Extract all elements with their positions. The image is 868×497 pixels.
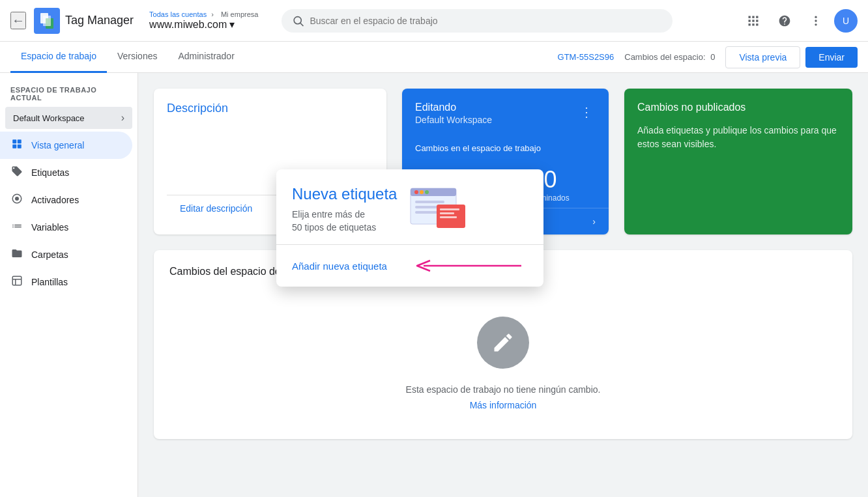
- overview-icon: [10, 138, 23, 152]
- account-name: Mi empresa: [221, 10, 258, 18]
- workspace-chevron-icon: ›: [121, 112, 124, 124]
- arrow-svg: [411, 253, 528, 279]
- svg-rect-14: [756, 23, 758, 25]
- svg-rect-20: [12, 145, 16, 149]
- variables-icon: [10, 220, 23, 234]
- more-options-button[interactable]: [803, 8, 829, 34]
- svg-rect-36: [440, 208, 459, 210]
- add-tag-label: Añadir nueva etiqueta: [292, 261, 387, 272]
- breadcrumb: Todas las cuentas › Mi empresa: [149, 10, 261, 18]
- popup-title: Nueva etiqueta: [292, 185, 397, 203]
- pencil-icon: [491, 331, 515, 354]
- changes-info: Cambios del espacio: 0: [624, 52, 715, 62]
- svg-point-17: [815, 23, 817, 25]
- more-info-link[interactable]: Más información: [470, 400, 537, 410]
- svg-rect-24: [12, 276, 22, 285]
- sidebar-item-tags[interactable]: Etiquetas: [0, 159, 132, 186]
- sidebar-item-label: Etiquetas: [31, 167, 69, 178]
- empty-state: Esta espacio de trabajo no tiene ningún …: [169, 304, 837, 423]
- svg-point-31: [425, 190, 429, 194]
- tags-icon: [10, 165, 23, 180]
- unpublished-header: Cambios no publicados: [624, 89, 852, 119]
- search-icon: [292, 14, 304, 27]
- svg-point-15: [815, 16, 817, 18]
- popup-subtitle: Elija entre más de50 tipos de etiquetas: [292, 208, 397, 234]
- main-layout: ESPACIO DE TRABAJO ACTUAL Default Worksp…: [0, 73, 868, 497]
- svg-point-23: [15, 197, 19, 201]
- svg-rect-19: [18, 139, 22, 143]
- account-nav: Todas las cuentas › Mi empresa www.miweb…: [149, 10, 261, 31]
- workspace-selector[interactable]: Default Workspace ›: [5, 107, 132, 129]
- dropdown-arrow-icon: ▾: [229, 18, 235, 31]
- triggers-icon: [10, 193, 23, 207]
- editing-card-header: Editando Default Workspace ⋮: [402, 89, 609, 130]
- edit-description-label: Editar descripción: [180, 203, 252, 214]
- description-title: Descripción: [167, 102, 373, 115]
- app-title: Tag Manager: [65, 14, 134, 27]
- nav-versions[interactable]: Versiones: [107, 42, 167, 73]
- popup-text: Nueva etiqueta Elija entre más de50 tipo…: [292, 185, 397, 234]
- publish-button[interactable]: Enviar: [805, 47, 858, 68]
- changes-stats: Cambios en el espacio de trabajo: [415, 135, 596, 161]
- main-content: Descripción Editar descripción › Editand…: [138, 73, 868, 497]
- gtm-id[interactable]: GTM-55S2S96: [558, 52, 615, 62]
- svg-point-30: [420, 190, 424, 194]
- svg-rect-33: [415, 206, 438, 208]
- sidebar-item-label: Carpetas: [31, 249, 68, 260]
- add-tag-link[interactable]: Añadir nueva etiqueta: [292, 261, 387, 272]
- editing-subtitle: Default Workspace: [415, 115, 492, 125]
- folders-icon: [10, 248, 23, 262]
- sidebar-item-overview[interactable]: Vista general: [0, 132, 132, 159]
- svg-rect-9: [749, 20, 751, 21]
- preview-button[interactable]: Vista previa: [725, 46, 800, 68]
- sidebar-item-triggers[interactable]: Activadores: [0, 186, 132, 214]
- arrow-decoration: [387, 253, 528, 279]
- popup-content: Nueva etiqueta Elija entre más de50 tipo…: [276, 169, 543, 244]
- svg-line-5: [301, 23, 304, 25]
- avatar[interactable]: U: [834, 9, 858, 33]
- back-button[interactable]: ←: [10, 12, 26, 29]
- sidebar: ESPACIO DE TRABAJO ACTUAL Default Worksp…: [0, 73, 138, 497]
- svg-rect-3: [43, 16, 51, 26]
- help-button[interactable]: [772, 8, 798, 34]
- search-input[interactable]: [310, 16, 662, 26]
- svg-point-16: [815, 20, 817, 21]
- editing-more-button[interactable]: ⋮: [577, 102, 596, 122]
- apps-button[interactable]: [740, 8, 766, 34]
- search-bar[interactable]: [282, 9, 673, 33]
- nav-admin[interactable]: Administrador: [167, 42, 244, 73]
- sidebar-item-label: Variables: [31, 222, 68, 233]
- popup-footer: Añadir nueva etiqueta: [276, 244, 543, 287]
- editing-title: Editando: [415, 102, 492, 113]
- all-accounts-link[interactable]: Todas las cuentas: [149, 10, 207, 18]
- breadcrumb-sep: ›: [211, 10, 214, 18]
- sidebar-item-variables[interactable]: Variables: [0, 214, 132, 241]
- changes-label: Cambios en el espacio de trabajo: [415, 141, 541, 156]
- new-tag-popup: Nueva etiqueta Elija entre más de50 tipo…: [276, 169, 543, 287]
- sidebar-section-label: ESPACIO DE TRABAJO ACTUAL: [0, 78, 137, 104]
- svg-rect-37: [440, 212, 454, 214]
- nav-workspace[interactable]: Espacio de trabajo: [10, 42, 107, 73]
- workspace-name: Default Workspace: [13, 113, 121, 123]
- sidebar-item-label: Vista general: [31, 140, 84, 150]
- nav-icons: U: [740, 8, 858, 34]
- sidebar-item-label: Plantillas: [31, 277, 68, 287]
- tag-illustration: [407, 185, 469, 234]
- empty-state-icon: [477, 317, 529, 369]
- svg-rect-10: [752, 20, 754, 21]
- sidebar-item-folders[interactable]: Carpetas: [0, 241, 132, 268]
- top-nav: ← Tag Manager Todas las cuentas › Mi emp…: [0, 0, 868, 42]
- sidebar-item-templates[interactable]: Plantillas: [0, 268, 132, 296]
- svg-rect-6: [749, 16, 751, 18]
- unpublished-title: Cambios no publicados: [637, 102, 745, 113]
- svg-rect-38: [440, 216, 457, 218]
- account-url[interactable]: www.miweb.com ▾: [149, 18, 261, 31]
- svg-rect-11: [756, 20, 758, 21]
- account-url-text: www.miweb.com: [149, 19, 227, 31]
- svg-rect-7: [752, 16, 754, 18]
- templates-icon: [10, 275, 23, 289]
- svg-point-29: [414, 190, 418, 194]
- unpublished-card: Cambios no publicados Añada etiquetas y …: [624, 89, 852, 234]
- manage-workspaces-chevron-icon: ›: [592, 216, 596, 227]
- unpublished-desc: Añada etiquetas y publique los cambios p…: [624, 119, 852, 156]
